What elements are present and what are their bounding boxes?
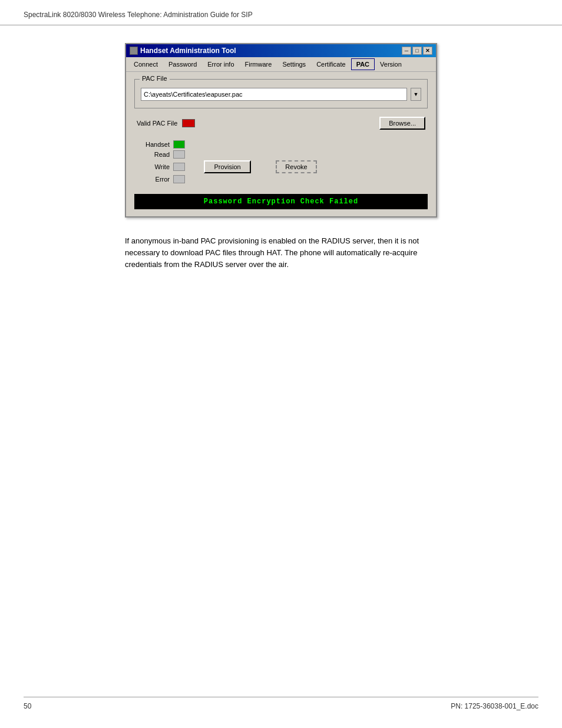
- browse-button[interactable]: Browse...: [379, 117, 425, 130]
- error-message: Password Encryption Check Failed: [204, 197, 358, 206]
- page-number: 50: [24, 702, 31, 710]
- tab-connect[interactable]: Connect: [128, 58, 163, 70]
- valid-pac-left: Valid PAC File: [137, 119, 195, 127]
- body-paragraph: If anonymous in-band PAC provisioning is…: [125, 235, 437, 271]
- revoke-button[interactable]: Revoke: [276, 160, 317, 173]
- tab-version[interactable]: Version: [375, 58, 407, 70]
- tab-certificate[interactable]: Certificate: [311, 58, 351, 70]
- title-controls: ─ □ ✕: [402, 47, 432, 55]
- status-fields: Handset Read Write Provision Revoke: [137, 138, 320, 186]
- app-icon: [130, 47, 138, 55]
- read-label: Read: [140, 151, 170, 158]
- window-title: Handset Administration Tool: [140, 47, 236, 55]
- tab-pac[interactable]: PAC: [351, 58, 375, 70]
- main-content: Handset Administration Tool ─ □ ✕ Connec…: [0, 37, 562, 282]
- write-row: Write Provision Revoke: [140, 160, 317, 173]
- header-title: SpectraLink 8020/8030 Wireless Telephone…: [24, 11, 253, 19]
- close-button[interactable]: ✕: [423, 47, 432, 55]
- doc-ref: PN: 1725-36038-001_E.doc: [451, 702, 538, 710]
- page-footer: 50 PN: 1725-36038-001_E.doc: [24, 697, 538, 710]
- tab-settings[interactable]: Settings: [277, 58, 311, 70]
- tab-password[interactable]: Password: [163, 58, 202, 70]
- write-indicator: [173, 163, 185, 171]
- page-header: SpectraLink 8020/8030 Wireless Telephone…: [0, 0, 562, 25]
- read-indicator: [173, 150, 185, 159]
- handset-indicator: [173, 140, 185, 149]
- valid-pac-row: Valid PAC File Browse...: [134, 117, 428, 130]
- valid-pac-indicator: [182, 119, 195, 127]
- error-indicator: [173, 175, 185, 183]
- tab-error-info[interactable]: Error info: [202, 58, 239, 70]
- valid-pac-label: Valid PAC File: [137, 120, 177, 127]
- pac-file-group: PAC File ▼: [134, 79, 428, 108]
- minimize-button[interactable]: ─: [402, 47, 411, 55]
- handset-label: Handset: [140, 141, 170, 148]
- restore-button[interactable]: □: [412, 47, 422, 55]
- title-bar: Handset Administration Tool ─ □ ✕: [126, 44, 436, 57]
- error-bar: Password Encryption Check Failed: [134, 194, 428, 209]
- provision-button[interactable]: Provision: [204, 160, 251, 173]
- read-row: Read: [140, 150, 317, 159]
- file-path-row: ▼: [141, 88, 421, 101]
- dialog-window: Handset Administration Tool ─ □ ✕ Connec…: [125, 43, 437, 218]
- handset-row: Handset: [140, 140, 317, 149]
- group-label: PAC File: [140, 75, 170, 82]
- tab-firmware[interactable]: Firmware: [240, 58, 277, 70]
- window-body: PAC File ▼ Valid PAC File Browse...: [126, 72, 436, 216]
- error-row: Error: [140, 175, 317, 183]
- body-text: If anonymous in-band PAC provisioning is…: [125, 235, 437, 271]
- write-label: Write: [140, 163, 170, 170]
- dropdown-arrow[interactable]: ▼: [411, 88, 421, 101]
- title-bar-left: Handset Administration Tool: [130, 47, 236, 55]
- file-path-input[interactable]: [141, 88, 407, 101]
- error-label: Error: [140, 176, 170, 183]
- menu-bar: Connect Password Error info Firmware Set…: [126, 57, 436, 72]
